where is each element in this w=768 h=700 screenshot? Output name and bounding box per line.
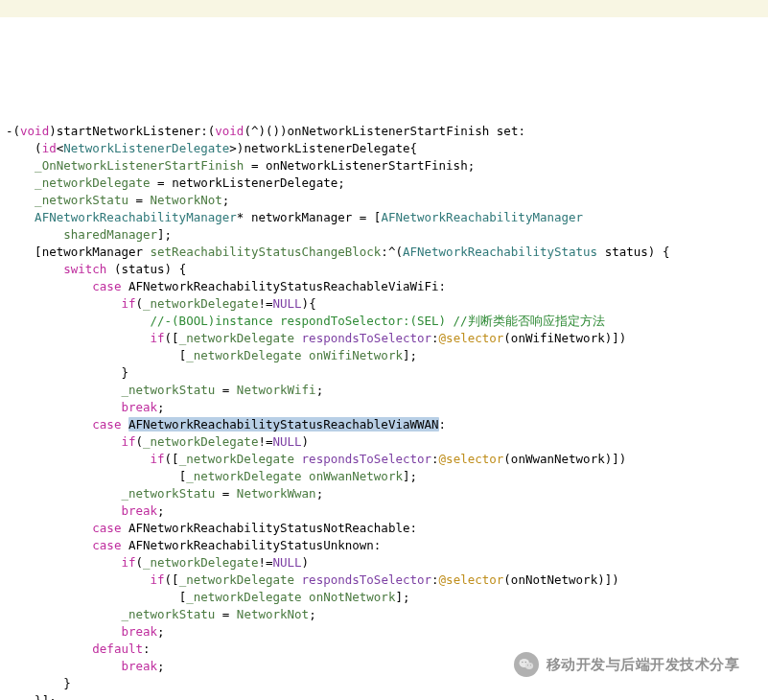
- line: sharedManager];: [6, 227, 172, 242]
- line: default:: [6, 642, 151, 656]
- warning-triangle-icon[interactable]: [750, 0, 764, 14]
- wechat-logo-icon: [514, 652, 539, 677]
- selected-text: AFNetworkReachabilityStatusReachableViaW…: [128, 417, 439, 432]
- svg-point-5: [522, 662, 524, 664]
- line: //-(BOOL)instance respondToSelector:(SEL…: [6, 314, 605, 328]
- line: if([_networkDelegate respondsToSelector:…: [6, 572, 619, 587]
- line: if(_networkDelegate!=NULL){: [6, 296, 316, 311]
- line: case AFNetworkReachabilityStatusReachabl…: [6, 417, 446, 432]
- watermark-text: 移动开发与后端开发技术分享: [547, 656, 740, 673]
- line: case AFNetworkReachabilityStatusReachabl…: [6, 279, 446, 293]
- line: _networkStatu = NetworkNot;: [6, 607, 316, 621]
- line: [_networkDelegate onNotNetwork];: [6, 590, 409, 604]
- line: _networkStatu = NetworkWwan;: [6, 486, 323, 501]
- line: case AFNetworkReachabilityStatusUnknown:: [6, 538, 381, 552]
- line: if([_networkDelegate respondsToSelector:…: [6, 452, 626, 466]
- svg-point-4: [524, 663, 532, 669]
- line: _OnNetworkListenerStartFinish = onNetwor…: [6, 158, 475, 173]
- svg-point-6: [524, 662, 526, 664]
- line: [networkManager setReachabilityStatusCha…: [6, 245, 669, 259]
- line: if([_networkDelegate respondsToSelector:…: [6, 331, 626, 345]
- line: [_networkDelegate onWwanNetwork];: [6, 469, 417, 483]
- line: [_networkDelegate onWifiNetwork];: [6, 348, 417, 362]
- svg-point-7: [526, 665, 527, 665]
- line: if(_networkDelegate!=NULL): [6, 434, 309, 449]
- line: }: [6, 676, 71, 690]
- line: _networkStatu = NetworkNot;: [6, 193, 229, 207]
- line: _networkStatu = NetworkWifi;: [6, 383, 323, 397]
- code-lines: -(void)startNetworkListener:(void(^)())o…: [6, 105, 764, 700]
- line: -(void)startNetworkListener:(void(^)())o…: [6, 124, 525, 138]
- line: switch (status) {: [6, 262, 186, 276]
- line: break;: [6, 624, 165, 639]
- line: }: [6, 365, 128, 380]
- line: break;: [6, 400, 165, 414]
- line: case AFNetworkReachabilityStatusNotReach…: [6, 521, 417, 535]
- watermark: 移动开发与后端开发技术分享: [514, 652, 740, 677]
- svg-point-8: [529, 665, 530, 665]
- current-line-highlight: [0, 0, 768, 17]
- code-editor[interactable]: -(void)startNetworkListener:(void(^)())o…: [0, 0, 768, 700]
- line: (id<NetworkListenerDelegate>)networkList…: [6, 141, 417, 155]
- line: AFNetworkReachabilityManager* networkMan…: [6, 210, 583, 224]
- line: }];: [6, 693, 57, 700]
- line: break;: [6, 659, 165, 673]
- line: if(_networkDelegate!=NULL): [6, 555, 309, 570]
- line: _networkDelegate = networkListenerDelega…: [6, 175, 345, 190]
- line: break;: [6, 503, 165, 518]
